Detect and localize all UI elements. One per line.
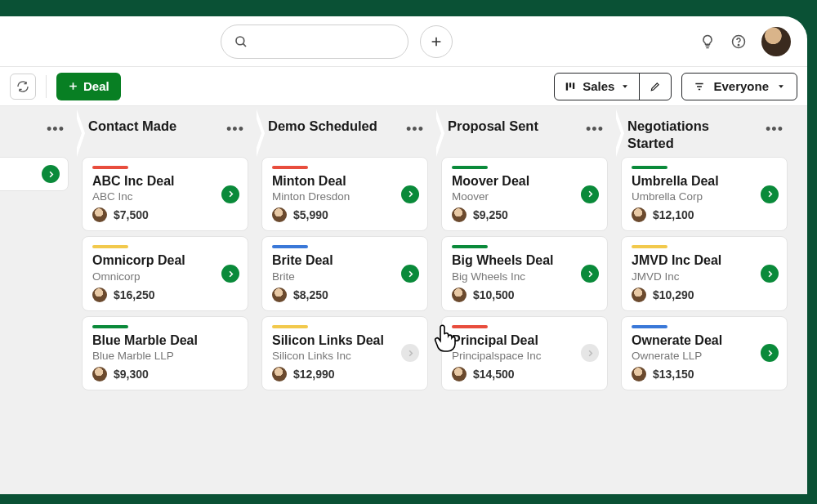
user-avatar[interactable] [761,27,791,56]
pipeline-column: Contact Made•••ABC Inc DealABC Inc$7,500… [77,109,253,494]
deal-amount: $10,290 [653,288,694,301]
column-body: Umbrella DealUmbrella Corp$12,100JMVD In… [616,157,792,390]
new-deal-button[interactable]: Deal [56,73,121,100]
deal-footer: $8,250 [272,288,417,302]
deal-footer: $7,500 [92,207,238,222]
deal-title: Silicon Links Deal [272,333,417,348]
column-menu-button[interactable]: ••• [583,118,606,140]
advance-stage-button[interactable] [581,185,599,203]
status-stripe [632,245,667,248]
filter-label: Everyone [713,79,769,93]
deal-title: Minton Deal [272,174,417,189]
pipeline-button[interactable]: Sales [555,74,640,100]
deal-amount: $12,100 [653,208,694,221]
column-title: Negotiations Started [627,118,750,151]
pipeline-edit-button[interactable] [640,74,671,100]
deal-footer: $12,100 [632,207,777,222]
divider [46,75,47,98]
deal-amount: $8,250 [293,288,328,301]
advance-stage-button[interactable] [401,185,419,203]
deal-company: ABC Inc [92,190,238,203]
lightbulb-icon[interactable] [699,33,716,50]
column-header: Proposal Sent••• [436,109,613,157]
refresh-button[interactable] [10,74,36,100]
deal-amount: $5,990 [293,208,328,221]
deal-title: Blue Marble Deal [92,333,238,348]
column-header: Contact Made••• [77,109,253,157]
deal-footer: $16,250 [92,288,238,302]
column-body: ABC Inc DealABC Inc$7,500Omnicorp DealOm… [77,157,253,390]
svg-rect-8 [566,83,568,90]
deal-amount: $10,500 [473,288,515,301]
deal-card[interactable]: Minton DealMinton Dresdon$5,990 [261,157,428,231]
status-stripe [452,325,488,328]
deal-card[interactable]: Big Wheels DealBig Wheels Inc$10,500 [441,236,608,310]
deal-footer: $9,250 [452,207,597,222]
advance-stage-button[interactable] [221,265,239,283]
advance-stage-button[interactable] [581,265,599,283]
deal-company: Blue Marble LLP [92,350,238,362]
column-menu-button[interactable]: ••• [44,118,67,140]
svg-rect-9 [569,83,571,87]
deal-card[interactable]: al [0,157,69,191]
column-body: Minton DealMinton Dresdon$5,990Brite Dea… [257,157,433,390]
deal-card[interactable]: Blue Marble DealBlue Marble LLP$9,300 [82,316,248,390]
deal-company: Silicon Links Inc [272,350,417,362]
deal-card[interactable]: ABC Inc DealABC Inc$7,500 [82,157,248,231]
deal-company: Umbrella Corp [632,190,777,203]
advance-stage-button [401,344,419,362]
pipeline-label: Sales [583,79,614,93]
deal-footer: $14,500 [452,367,597,381]
advance-stage-button[interactable] [401,265,419,283]
advance-stage-button[interactable] [761,344,779,362]
topbar-right [699,27,791,56]
deal-card[interactable]: Umbrella DealUmbrella Corp$12,100 [621,157,788,231]
deal-footer: $9,300 [92,367,238,381]
deal-company: Principalspace Inc [452,350,597,362]
search-wrap [221,25,408,59]
svg-rect-10 [573,83,574,89]
deal-company: JMVD Inc [632,270,777,283]
owner-avatar [632,367,646,381]
deal-card[interactable]: Moover DealMoover$9,250 [441,157,608,231]
search-icon [234,34,248,49]
toolbar: Deal Sales Everyone [0,67,807,106]
advance-stage-button[interactable] [42,165,60,183]
advance-stage-button[interactable] [761,185,779,203]
filter-button[interactable]: Everyone [681,73,797,100]
svg-line-1 [243,43,246,47]
search-input[interactable] [221,25,408,59]
deal-title: Moover Deal [452,174,597,189]
column-menu-button[interactable]: ••• [763,118,786,140]
deal-title: JMVD Inc Deal [632,253,777,268]
owner-avatar [632,207,646,222]
deal-card[interactable]: Silicon Links DealSilicon Links Inc$12,9… [261,316,428,390]
deal-company: Moover [452,190,597,203]
deal-card[interactable]: JMVD Inc DealJMVD Inc$10,290 [621,236,788,310]
column-body: al [0,157,74,191]
column-menu-button[interactable]: ••• [404,118,426,140]
deal-footer: $5,990 [272,207,417,222]
deal-card[interactable]: Omnicorp DealOmnicorp$16,250 [82,236,248,310]
help-icon[interactable] [730,33,747,50]
deal-card[interactable]: Ownerate DealOwnerate LLP$13,150 [621,316,788,390]
add-button[interactable] [420,25,453,58]
column-menu-button[interactable]: ••• [224,118,247,140]
deal-card[interactable]: Brite DealBrite$8,250 [261,236,428,310]
status-stripe [452,245,488,248]
status-stripe [272,325,308,328]
deal-company: Omnicorp [92,270,238,283]
deal-footer: $13,150 [632,367,777,381]
deal-amount: $9,250 [473,208,508,221]
owner-avatar [452,367,467,381]
owner-avatar [92,288,107,302]
deal-company: Big Wheels Inc [452,270,597,283]
advance-stage-button[interactable] [761,265,779,283]
column-header: Negotiations Started••• [616,109,792,157]
column-header: Demo Scheduled••• [257,109,433,157]
deal-title: ABC Inc Deal [92,174,238,189]
owner-avatar [272,367,287,381]
deal-card[interactable]: Principal DealPrincipalspace Inc$14,500 [441,316,608,390]
advance-stage-button[interactable] [221,185,239,203]
svg-point-5 [738,44,739,45]
